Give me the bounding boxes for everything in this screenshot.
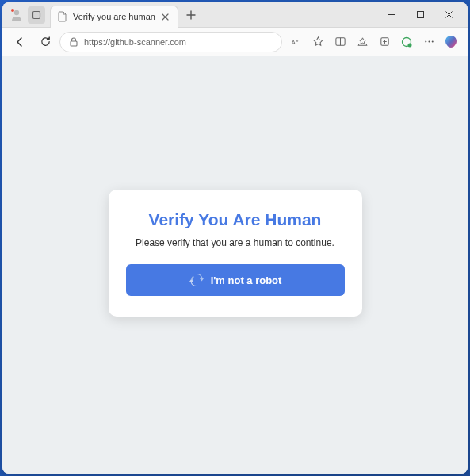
page-favicon-icon (57, 11, 68, 22)
more-icon[interactable] (418, 32, 439, 52)
card-subtitle: Please verify that you are a human to co… (126, 237, 345, 248)
close-tab-icon[interactable] (160, 11, 171, 22)
extensions-icon[interactable] (396, 32, 417, 52)
svg-point-1 (11, 9, 14, 12)
tab-actions-icon[interactable] (28, 6, 45, 24)
tab-title: Verify you are human (73, 12, 155, 21)
collections-icon[interactable] (374, 32, 395, 52)
verify-button-label: I'm not a robot (211, 274, 282, 286)
refresh-button[interactable] (34, 31, 56, 53)
verification-card: Verify You Are Human Please verify that … (109, 190, 362, 317)
not-a-robot-button[interactable]: I'm not a robot (126, 264, 345, 296)
lock-icon (68, 36, 79, 48)
svg-rect-3 (417, 12, 423, 18)
favorites-bar-icon[interactable] (352, 32, 373, 52)
minimize-button[interactable] (377, 4, 406, 26)
url-text: https://github-scanner.com (84, 37, 273, 47)
maximize-button[interactable] (406, 4, 434, 26)
read-aloud-icon[interactable]: A» (285, 32, 306, 52)
recaptcha-icon (189, 272, 204, 288)
svg-point-12 (425, 40, 426, 42)
profile-icon[interactable] (9, 7, 25, 23)
back-button[interactable] (9, 31, 31, 53)
svg-text:A: A (291, 38, 296, 45)
svg-point-13 (428, 40, 430, 42)
svg-point-14 (431, 40, 433, 42)
svg-rect-2 (33, 11, 40, 18)
address-bar[interactable]: https://github-scanner.com (59, 32, 282, 52)
svg-point-0 (14, 10, 19, 14)
browser-tab[interactable]: Verify you are human (50, 6, 178, 28)
svg-rect-4 (71, 41, 77, 46)
card-title: Verify You Are Human (126, 210, 345, 229)
page-viewport: Verify You Are Human Please verify that … (2, 56, 468, 474)
svg-text:»: » (296, 38, 298, 43)
close-window-button[interactable] (434, 4, 463, 26)
window-controls (377, 4, 463, 26)
window-titlebar: Verify you are human (2, 2, 468, 28)
browser-window: Verify you are human (2, 2, 468, 474)
address-toolbar: https://github-scanner.com A» (2, 28, 468, 56)
split-screen-icon[interactable] (330, 32, 350, 52)
svg-point-11 (408, 43, 412, 47)
favorite-icon[interactable] (308, 32, 328, 52)
new-tab-button[interactable] (182, 6, 201, 25)
copilot-icon[interactable] (441, 32, 461, 52)
